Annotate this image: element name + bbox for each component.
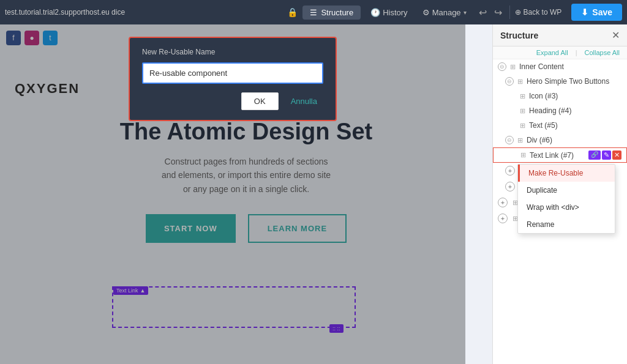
context-menu-rename[interactable]: Rename — [518, 216, 615, 233]
panel-close-button[interactable]: ✕ — [612, 29, 620, 41]
delete-icon[interactable]: ✕ — [612, 150, 621, 160]
history-button[interactable]: 🕐 History — [366, 6, 412, 20]
heading-grid-icon: ⊞ — [520, 107, 525, 115]
inner-content-collapse[interactable]: ⊖ — [498, 62, 506, 71]
text-link-grid-icon: ⊞ — [520, 151, 526, 159]
link-icon[interactable]: 🔗 — [588, 150, 601, 160]
manage-icon: ⚙ — [422, 8, 430, 17]
save-label: Save — [592, 7, 612, 17]
undo-button[interactable]: ↩ — [476, 6, 489, 20]
info-boxes-add[interactable]: + — [498, 198, 508, 207]
tree-item-icon[interactable]: ⊞ Icon (#3) — [493, 89, 627, 103]
manage-button[interactable]: ⚙ Manage ▾ — [418, 6, 471, 20]
div-collapse[interactable]: ⊖ — [505, 136, 514, 144]
modal-ok-button[interactable]: OK — [241, 92, 279, 110]
canvas-area: f ● t QXYGEN 🚀 The Atomic Design Set Con… — [0, 24, 492, 364]
div-grid-icon: ⊞ — [517, 136, 523, 144]
showcase-add[interactable]: + — [505, 182, 515, 191]
page-preview: f ● t QXYGEN 🚀 The Atomic Design Set Con… — [0, 24, 492, 364]
modal-cancel-button[interactable]: Annulla — [285, 92, 323, 110]
context-menu-make-reusable[interactable]: Make Re-Usable — [518, 165, 615, 182]
icon-label: Icon (#3) — [529, 92, 558, 100]
action-icons: 🔗 ✎ ✕ — [588, 150, 621, 160]
history-label: History — [383, 8, 407, 17]
url-bar: test.tutorial.trial2.supporthost.eu dice — [5, 8, 283, 17]
text-grid-icon: ⊞ — [520, 122, 525, 130]
text-link-label-tree: Text Link (#7) — [530, 151, 574, 160]
expand-all-link[interactable]: Expand All — [536, 49, 568, 56]
undo-redo-group: ↩ ↪ — [476, 6, 505, 20]
div-label: Div (#6) — [527, 136, 552, 144]
manage-dropdown-icon: ▾ — [464, 9, 467, 16]
hero-collapse[interactable]: ⊖ — [505, 77, 514, 86]
modal-box: New Re-Usable Name OK Annulla — [129, 37, 337, 121]
modal-title: New Re-Usable Name — [142, 48, 323, 56]
context-menu-duplicate[interactable]: Duplicate — [518, 182, 615, 199]
panel-header: Structure ✕ — [493, 24, 627, 46]
modal-buttons: OK Annulla — [142, 92, 323, 110]
hero-label: Hero Simple Two Buttons — [527, 77, 609, 86]
tree-item-text[interactable]: ⊞ Text (#5) — [493, 118, 627, 133]
back-to-wp-label: Back to WP — [524, 8, 562, 17]
tree-item-div[interactable]: ⊖ ⊞ Div (#6) — [493, 133, 627, 147]
save-button[interactable]: ⬇ Save — [571, 4, 622, 21]
redo-button[interactable]: ↪ — [492, 6, 505, 20]
lock-icon: 🔒 — [287, 7, 298, 17]
testimonials-add[interactable]: + — [505, 166, 515, 176]
cta-add[interactable]: + — [498, 214, 508, 223]
icon-grid-icon: ⊞ — [520, 92, 525, 100]
structure-button[interactable]: ☰ Structure — [302, 6, 361, 20]
save-icon: ⬇ — [581, 7, 588, 17]
expand-collapse-bar: Expand All | Collapse All — [493, 46, 627, 59]
tree-item-hero[interactable]: ⊖ ⊞ Hero Simple Two Buttons — [493, 74, 627, 89]
top-bar-icons: 🔒 ☰ Structure 🕐 History ⚙ Manage ▾ ↩ ↪ ⊕… — [287, 4, 622, 21]
wordpress-icon: ⊕ — [515, 8, 521, 17]
tree-item-inner-content[interactable]: ⊖ ⊞ Inner Content — [493, 59, 627, 74]
manage-label: Manage — [432, 8, 461, 17]
inner-content-grid-icon: ⊞ — [510, 63, 516, 71]
tree-item-heading[interactable]: ⊞ Heading (#4) — [493, 103, 627, 118]
inner-content-label: Inner Content — [519, 62, 564, 71]
history-icon: 🕐 — [370, 8, 380, 17]
text-label: Text (#5) — [529, 121, 558, 130]
structure-icon: ☰ — [310, 8, 317, 17]
modal-overlay: New Re-Usable Name OK Annulla — [0, 24, 465, 364]
collapse-all-link[interactable]: Collapse All — [585, 49, 620, 56]
panel-title: Structure — [500, 31, 538, 40]
edit-icon[interactable]: ✎ — [602, 150, 611, 160]
context-menu: Make Re-Usable Duplicate Wrap with <div>… — [517, 164, 615, 234]
hero-grid-icon: ⊞ — [517, 78, 523, 86]
tree-item-text-link[interactable]: ⊞ Text Link (#7) 🔗 ✎ ✕ — [493, 147, 627, 163]
back-to-wp-button[interactable]: ⊕ Back to WP — [509, 6, 567, 19]
top-bar: test.tutorial.trial2.supporthost.eu dice… — [0, 0, 627, 24]
context-menu-wrap-div[interactable]: Wrap with <div> — [518, 199, 615, 216]
heading-label: Heading (#4) — [529, 106, 571, 115]
reusable-name-input[interactable] — [142, 62, 323, 84]
structure-label: Structure — [321, 8, 353, 17]
